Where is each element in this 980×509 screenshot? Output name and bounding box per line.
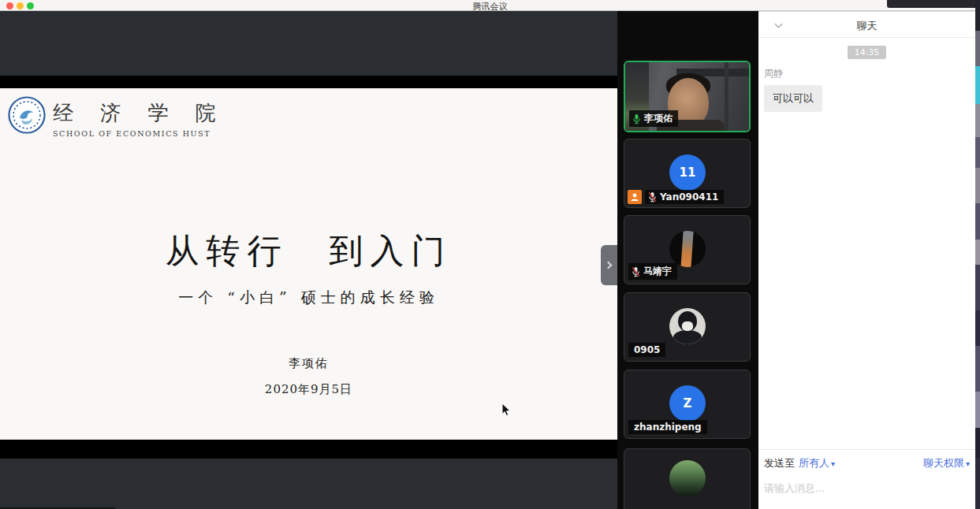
background-menubar-pill [887,0,978,8]
participant-name: 李项佑 [644,112,673,125]
participant-tile[interactable]: 11 Yan090411 [624,139,751,208]
background-window-edge [975,0,980,509]
hust-economics-seal-icon [8,96,46,134]
slide-subtitle: 一个 “小白” 硕士的成长经验 [0,288,617,308]
shared-desktop-background: 经 济 学 院 SCHOOL OF ECONOMICS HUST 从转行 到入门… [0,76,617,459]
chat-time-divider: 14:35 [848,46,887,59]
chat-message-input[interactable]: 请输入消息... [758,470,975,496]
participant-name-label: zhanzhipeng [628,420,707,434]
chat-permission-dropdown[interactable]: 聊天权限▾ [923,456,970,470]
chevron-right-icon [605,262,613,269]
participant-video-strip: 李项佑 11 Yan090411 [617,11,758,509]
participant-tile[interactable]: 马靖宇 [624,215,751,284]
chat-message-bubble: 可以可以 [764,85,822,112]
avatar [669,460,706,496]
tencent-meeting-window: 腾讯会议 经 济 学 院 SCHOOL OF ECONOMICS HUST [0,0,980,509]
macos-titlebar: 腾讯会议 [0,0,980,11]
school-logo-block: 经 济 学 院 SCHOOL OF ECONOMICS HUST [8,96,226,138]
school-name-en: SCHOOL OF ECONOMICS HUST [53,129,226,138]
slide-author: 李项佑 [0,356,617,371]
participant-name: 马靖宇 [643,265,672,278]
send-to-label: 发送至 [764,456,795,470]
participant-tile[interactable]: Z zhanzhipeng [624,370,751,439]
screen-share-view: 经 济 学 院 SCHOOL OF ECONOMICS HUST 从转行 到入门… [0,11,617,509]
mouse-cursor [501,403,511,417]
participant-tile-partial[interactable] [624,448,751,509]
host-badge-icon [628,190,642,204]
caret-down-icon: ▾ [831,459,835,468]
avatar-initials: Z [684,396,692,411]
chat-message: 周静 可以可以 [758,59,975,112]
slide-date: 2020年9月5日 [0,382,617,397]
slide-title: 从转行 到入门 [0,228,617,274]
participant-name-label: 0905 [628,343,665,357]
participant-tile[interactable]: 0905 [624,292,751,362]
avatar [669,231,706,267]
participant-name: zhanzhipeng [634,422,702,433]
chat-header: 聊天 [758,12,975,38]
send-to-dropdown[interactable]: 所有人▾ [799,456,835,470]
participant-name: Yan090411 [660,191,718,202]
participant-name-label: 马靖宇 [628,263,677,280]
mic-on-icon [632,113,641,124]
caret-down-icon: ▾ [966,459,970,468]
avatar: Z [669,385,706,422]
mic-muted-icon [648,191,657,202]
chat-footer: 发送至 所有人▾ 聊天权限▾ 请输入消息... [758,449,975,509]
chat-message-sender: 周静 [764,67,975,80]
participant-name: 0905 [634,344,660,355]
window-title: 腾讯会议 [0,1,980,13]
school-name-cn: 经 济 学 院 [53,102,226,124]
presentation-slide: 经 济 学 院 SCHOOL OF ECONOMICS HUST 从转行 到入门… [0,88,617,440]
participant-tile-active-speaker[interactable]: 李项佑 [624,61,751,132]
participant-name-label: Yan090411 [645,190,724,204]
video-panel-collapse-handle[interactable] [601,245,617,285]
avatar: 11 [669,154,706,191]
avatar-initials: 11 [680,165,696,180]
chat-title: 聊天 [758,19,975,33]
avatar [669,308,706,344]
participant-name-label: 李项佑 [629,110,678,127]
mic-muted-icon [632,266,640,277]
chat-panel: 聊天 14:35 周静 可以可以 发送至 所有人▾ 聊天权限▾ 请输入消息... [758,11,975,509]
